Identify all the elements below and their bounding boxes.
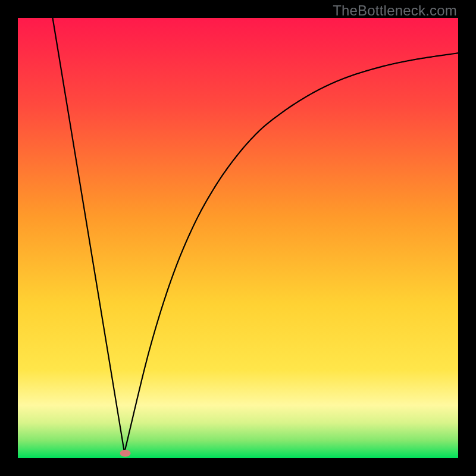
chart-frame (18, 18, 458, 458)
chart-plot (18, 18, 458, 458)
chart-background (18, 18, 458, 458)
watermark-text: TheBottleneck.com (333, 2, 457, 19)
minimum-marker (120, 450, 131, 457)
